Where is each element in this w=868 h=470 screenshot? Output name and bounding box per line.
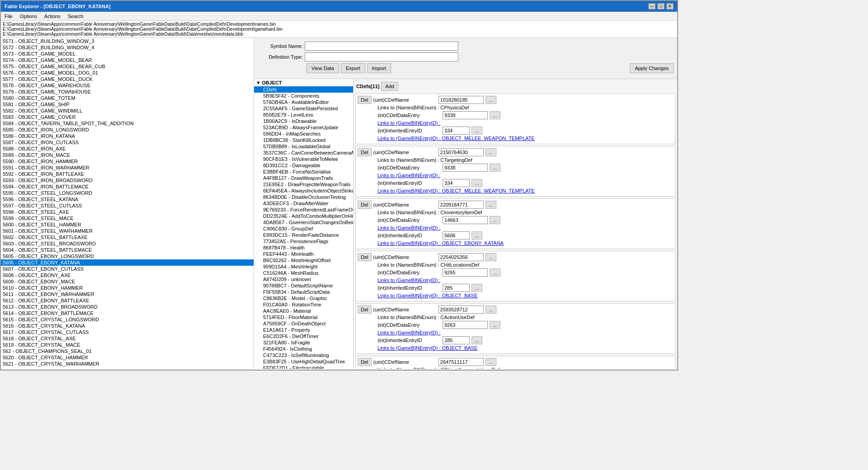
cdef-gamebin2-link[interactable]: Links to (GameBINEntryID) : OBJECT_MELEE… [377, 136, 535, 141]
tree-item[interactable]: 855B2E79 - LevelLess [254, 112, 353, 118]
cdef-name-input[interactable] [439, 253, 484, 261]
cdef-inherited-input[interactable] [443, 179, 470, 187]
list-item[interactable]: 5593 - OBJECT_IRON_BROADSWORD [1, 177, 254, 183]
cdef-name-browse[interactable]: ... [486, 148, 496, 156]
tree-item[interactable]: E6C2D2F6 - DieOffTimer [254, 333, 353, 339]
list-item[interactable]: 5597 - OBJECT_STEEL_CUTLASS [1, 202, 254, 209]
tree-item[interactable]: C516246A - MeshRadius [254, 270, 353, 276]
import-button[interactable]: Import [367, 63, 391, 73]
tree-item[interactable]: EFDF12D1 - Electrocutable [254, 365, 353, 369]
list-item[interactable]: 5583 - OBJECT_GAME_COVER [1, 114, 254, 120]
list-item[interactable]: 5598 - OBJECT_STEEL_AXE [1, 209, 254, 215]
tree-item[interactable]: 3537C36C - CanComeBetweenCameraAndObserv… [254, 150, 353, 156]
cdef-inherited-input[interactable] [443, 231, 470, 240]
list-item[interactable]: 5617 - OBJECT_CRYSTAL_CUTLASS [1, 329, 254, 335]
tree-item[interactable]: 576DB4EA - AvailableInEditor [254, 99, 353, 105]
list-item[interactable]: 5610 - OBJECT_EBONY_HAMMER [1, 285, 254, 291]
list-item[interactable]: 5594 - OBJECT_IRON_BATTLEMACE [1, 183, 254, 190]
list-item[interactable]: 5577 - OBJECT_GAME_MODEL_DUCK [1, 76, 254, 82]
tree-item[interactable]: F4564924 - IsClothing [254, 346, 353, 352]
list-item[interactable]: 5596 - OBJECT_STEEL_KATANA [1, 196, 254, 202]
tree-item[interactable]: F01CA0A0 - RotationTime [254, 301, 353, 308]
cdef-name-input[interactable] [439, 306, 484, 314]
cdef-gamebin-link[interactable]: Links to (GameBINEntryID) : [377, 173, 440, 178]
cdef-name-input[interactable] [439, 201, 484, 209]
list-item[interactable]: 5595 - OBJECT_STEEL_LONGSWORD [1, 190, 254, 196]
definition-type-input[interactable] [305, 52, 458, 61]
list-item[interactable]: 5582 - OBJECT_GAME_WINDMILL [1, 108, 254, 114]
tree-item[interactable]: F5F55B34 - DefaultScriptData [254, 289, 353, 295]
tree-item[interactable]: 57DB0B89 - IsLoadableGlobal [254, 143, 353, 150]
cdef-name-browse[interactable]: ... [486, 358, 496, 366]
cdef-gamebin-link[interactable]: Links to (GameBINEntryID) : [377, 120, 440, 126]
del-button[interactable]: Del [358, 96, 372, 104]
tree-item[interactable]: B6C92262 - MeshHeightOffset [254, 257, 353, 263]
cdef-data-entry-input[interactable] [443, 321, 488, 329]
tree-item[interactable]: 321FEA80 - IsFragile [254, 339, 353, 346]
list-item[interactable]: 5579 - OBJECT_GAME_TOWNHOUSE [1, 89, 254, 95]
symbol-name-input[interactable] [305, 42, 458, 51]
cdef-data-entry-input[interactable] [443, 164, 488, 172]
tree-item[interactable]: 773452A5 - PersistenceFlags [254, 238, 353, 244]
cdef-name-input[interactable] [439, 358, 484, 366]
list-item[interactable]: 5599 - OBJECT_STEEL_MACE [1, 215, 254, 221]
tree-item[interactable]: A4F8B127 - DrawWeaponTrails [254, 175, 353, 181]
cdef-inherited-browse[interactable]: ... [472, 284, 482, 292]
del-button[interactable]: Del [358, 358, 372, 366]
cdef-data-entry-input[interactable] [443, 216, 488, 224]
cdef-inherited-browse[interactable]: ... [472, 231, 482, 240]
list-item[interactable]: 5585 - OBJECT_IRON_LONGSWORD [1, 127, 254, 133]
list-item[interactable]: 5620 - OBJECT_CRYSTAL_HAMMER [1, 354, 254, 361]
export-button[interactable]: Export [341, 63, 365, 73]
cdef-gamebin2-link[interactable]: Links to (GameBINEntryID) : OBJECT_BASE [377, 293, 477, 298]
minimize-button[interactable]: ─ [648, 3, 656, 9]
list-item[interactable]: 5587 - OBJECT_IRON_CUTLASS [1, 139, 254, 146]
tree-item[interactable]: C8636B2E - Model - Graphic [254, 295, 353, 301]
list-item[interactable]: 5608 - OBJECT_EBONY_AXE [1, 272, 254, 278]
list-item[interactable]: 5584 - OBJECT_TAVERN_TABLE_SPOT_THE_ADDI… [1, 120, 254, 127]
tree-item[interactable]: A75959CF - OnDeathObject [254, 320, 353, 327]
list-item[interactable]: 5603 - OBJECT_STEEL_BROADSWORD [1, 240, 254, 247]
cdef-gamebin2-link[interactable]: Links to (GameBINEntryID) : OBJECT_BASE [377, 345, 477, 351]
list-item[interactable]: 5611 - OBJECT_EBONY_WARHAMMER [1, 291, 254, 297]
tree-item[interactable]: E3BBF4EB - ForceNoSerialise [254, 169, 353, 175]
list-item[interactable]: 5580 - OBJECT_GAME_TOTEM [1, 95, 254, 101]
del-button[interactable]: Del [358, 306, 372, 314]
cdef-data-browse[interactable]: ... [490, 164, 500, 172]
cdef-name-input[interactable] [439, 148, 484, 156]
tree-item[interactable]: AAC8EAE0 - Material [254, 308, 353, 314]
tree-item[interactable]: DD23524E - AddToComboMultiplierOnHit [254, 213, 353, 219]
restore-button[interactable]: □ [657, 3, 665, 9]
tree-item[interactable]: A3DEECF3 - DrawAfterWater [254, 200, 353, 207]
list-item[interactable]: 5588 - OBJECT_IRON_AXE [1, 146, 254, 152]
tree-item[interactable]: 6EFA45EA - AlwaysIncludeInObjectStrikeSc… [254, 188, 353, 194]
list-item[interactable]: 5607 - OBJECT_EBONY_CUTLASS [1, 266, 254, 272]
tree-item[interactable]: C473C223 - IsSelfIlluminating [254, 352, 353, 358]
list-item[interactable]: 5590 - OBJECT_IRON_HAMMER [1, 158, 254, 164]
list-item[interactable]: 5601 - OBJECT_STEEL_WARHAMMER [1, 228, 254, 234]
tree-item[interactable]: 1B00A2C9 - IsDrawable [254, 118, 353, 124]
tree-item[interactable]: 90788BC7 - DefaultScriptName [254, 282, 353, 289]
cdef-inherited-browse[interactable]: ... [472, 127, 482, 135]
list-item[interactable]: 5572 - OBJECT_BUILDING_WINDOW_4 [1, 44, 254, 51]
list-item[interactable]: 5613 - OBJECT_EBONY_BROADSWORD [1, 304, 254, 310]
tree-item[interactable]: 8687B478 - Health [254, 244, 353, 251]
tree-item[interactable]: 596DD4 - InMapSearches [254, 131, 353, 137]
tree-item[interactable]: 909D15A4 - MeshHeight [254, 263, 353, 270]
tree-item[interactable]: C906C830 - GroupDef [254, 226, 353, 232]
list-item[interactable]: 5621 - OBJECT_CRYSTAL_WARHAMMER [1, 361, 254, 367]
tree-item[interactable]: 8634BD0E - DisableOcclusionTesting [254, 194, 353, 200]
list-item[interactable]: 5606 - OBJECT_EBONY_KATANA [1, 259, 254, 266]
list-item[interactable]: 5589 - OBJECT_IRON_MACE [1, 152, 254, 158]
tree-item[interactable]: E1A1A617 - Property [254, 327, 353, 333]
cdef-name-input[interactable] [439, 96, 484, 104]
cdef-inherited-input[interactable] [443, 336, 470, 344]
list-item[interactable]: 5600 - OBJECT_STEEL_HAMMER [1, 221, 254, 228]
list-item[interactable]: 5592 - OBJECT_IRON_BATTLEAXE [1, 171, 254, 177]
list-item[interactable]: 5604 - OBJECT_STEEL_BATTLEMACE [1, 247, 254, 253]
tree-item[interactable]: 5714FED - FloorMaterial [254, 314, 353, 320]
del-button[interactable]: Del [358, 253, 372, 261]
cdef-gamebin-link[interactable]: Links to (GameBINEntryID) : [377, 225, 440, 230]
cdef-data-browse[interactable]: ... [490, 268, 500, 277]
cdef-data-entry-input[interactable] [443, 111, 488, 119]
